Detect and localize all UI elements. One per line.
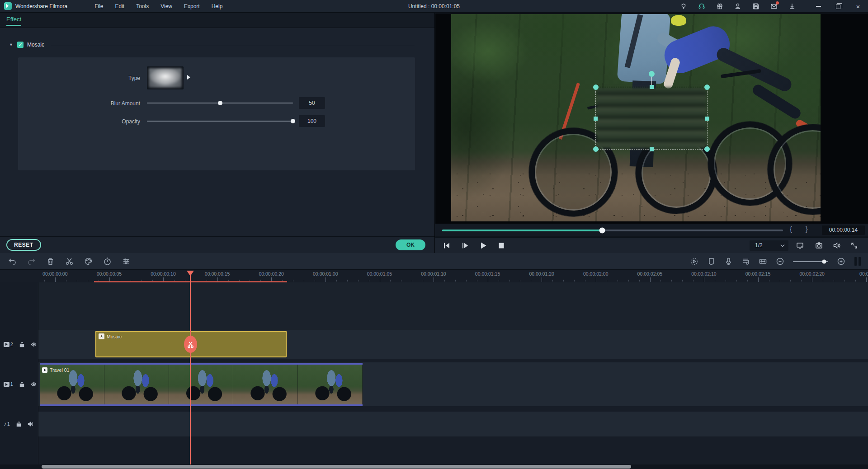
ruler-label-2: 00:00:00:10 <box>136 271 190 277</box>
lock-icon[interactable] <box>19 342 25 347</box>
zoom-slider-handle[interactable] <box>822 259 826 263</box>
blur-amount-slider[interactable] <box>147 103 293 103</box>
ruler-label-14: 00:00:02:20 <box>785 271 839 277</box>
mosaic-selection-box[interactable] <box>595 87 708 150</box>
menu-item-1[interactable]: Edit <box>115 3 125 9</box>
opacity-value[interactable]: 100 <box>299 115 325 127</box>
inbox-mail-icon[interactable] <box>770 3 778 10</box>
support-headset-icon[interactable] <box>698 3 705 10</box>
blur-amount-label: Blur Amount <box>18 100 140 107</box>
stop-button[interactable] <box>497 242 505 249</box>
previous-frame-button[interactable] <box>443 242 451 249</box>
preview-scrubber-row: { } 00:00:00:14 <box>435 224 868 236</box>
menu-item-0[interactable]: File <box>94 3 103 9</box>
effect-enabled-checkbox[interactable]: ✓ <box>17 42 24 48</box>
resize-handle-bottom-left[interactable] <box>593 146 599 152</box>
delete-icon[interactable] <box>46 257 55 266</box>
blur-amount-value[interactable]: 50 <box>299 97 325 109</box>
zoom-in-icon[interactable] <box>837 257 845 266</box>
clip-thumbnails <box>40 365 363 404</box>
playhead-marker[interactable] <box>187 271 194 276</box>
menu-bar: FileEditToolsViewExportHelp <box>94 3 222 9</box>
progress-handle[interactable] <box>599 228 605 234</box>
scrollbar-thumb[interactable] <box>42 465 631 469</box>
opacity-slider[interactable] <box>147 121 293 122</box>
ruler-label-0: 00:00:00:00 <box>28 271 82 277</box>
marker-icon[interactable] <box>707 257 716 266</box>
resize-handle-bottom-right[interactable] <box>704 146 710 152</box>
lock-icon[interactable] <box>16 421 22 427</box>
timeline-horizontal-scrollbar[interactable] <box>0 464 868 469</box>
speed-duration-icon[interactable] <box>103 257 112 266</box>
video-clip-label: Travel 01 <box>42 367 69 373</box>
menu-item-2[interactable]: Tools <box>136 3 149 9</box>
snapshot-camera-icon[interactable] <box>815 242 823 249</box>
audio-track-icon: ♪1 <box>4 422 10 427</box>
account-icon[interactable] <box>734 3 741 10</box>
quality-value: 1/2 <box>755 242 763 249</box>
menu-item-5[interactable]: Help <box>212 3 223 9</box>
fit-to-timeline-icon[interactable] <box>759 257 767 266</box>
video-frame <box>451 14 821 221</box>
play-button[interactable] <box>479 242 487 249</box>
mark-in-icon[interactable]: { <box>790 225 792 233</box>
blur-slider-handle[interactable] <box>218 101 222 105</box>
menu-item-4[interactable]: Export <box>184 3 200 9</box>
timeline-area: 00:00:00:0000:00:00:0500:00:00:1000:00:0… <box>0 270 868 464</box>
reset-button[interactable]: RESET <box>6 239 41 251</box>
display-device-icon[interactable] <box>796 242 804 249</box>
download-icon[interactable] <box>788 3 796 10</box>
resize-handle-top-left[interactable] <box>593 84 599 90</box>
rotation-handle[interactable] <box>649 71 655 77</box>
resize-handle-top[interactable] <box>650 85 654 89</box>
color-tuning-icon[interactable] <box>84 257 93 266</box>
timeline-zoom-slider[interactable] <box>793 261 828 262</box>
split-at-playhead-button[interactable] <box>184 336 197 353</box>
mark-out-icon[interactable]: } <box>806 225 808 233</box>
tips-icon[interactable] <box>680 3 687 10</box>
mosaic-type-thumbnail[interactable] <box>147 66 184 89</box>
resize-handle-top-right[interactable] <box>704 84 710 90</box>
playhead-line[interactable] <box>190 271 191 464</box>
redo-icon[interactable] <box>27 257 36 266</box>
resize-handle-right[interactable] <box>705 117 709 121</box>
ruler-label-15: 00:00: <box>839 271 868 277</box>
effect-star-icon: ★ <box>99 333 104 339</box>
menu-item-3[interactable]: View <box>160 3 172 9</box>
eye-icon[interactable] <box>31 381 37 387</box>
fullscreen-icon[interactable] <box>850 242 858 249</box>
type-expand-arrow-icon[interactable] <box>187 75 190 80</box>
zoom-out-icon[interactable] <box>776 257 784 266</box>
resize-handle-left[interactable] <box>594 117 598 121</box>
render-preview-icon[interactable] <box>690 257 698 266</box>
lock-icon[interactable] <box>19 381 25 387</box>
record-voiceover-icon[interactable] <box>724 257 733 266</box>
audio-track-1-row[interactable] <box>0 412 868 436</box>
speaker-icon[interactable] <box>28 421 33 427</box>
ruler-label-1: 00:00:00:05 <box>82 271 137 277</box>
split-scissors-icon[interactable] <box>65 257 74 266</box>
type-label: Type <box>18 75 140 81</box>
playback-quality-select[interactable]: 1/2 <box>750 240 788 251</box>
adjust-icon[interactable] <box>122 257 131 266</box>
ruler-label-5: 00:00:01:00 <box>298 271 353 277</box>
travel-video-clip[interactable]: Travel 01 <box>40 363 363 406</box>
opacity-slider-handle[interactable] <box>291 119 295 123</box>
collapse-triangle-icon[interactable]: ▼ <box>9 42 17 47</box>
app-name: Wondershare Filmora <box>15 3 67 9</box>
save-icon[interactable] <box>752 3 760 10</box>
restore-button[interactable] <box>828 0 848 13</box>
next-frame-button[interactable] <box>461 242 469 249</box>
audio-mixer-icon[interactable] <box>741 257 750 266</box>
eye-icon[interactable] <box>31 342 37 347</box>
preview-progress-bar[interactable] <box>442 230 783 231</box>
close-button[interactable]: × <box>848 0 868 13</box>
undo-icon[interactable] <box>8 257 17 266</box>
tab-effect[interactable]: Effect <box>6 16 21 26</box>
resize-handle-bottom[interactable] <box>650 147 654 151</box>
volume-icon[interactable] <box>833 242 840 249</box>
store-gift-icon[interactable] <box>716 3 723 10</box>
timeline-ruler[interactable]: 00:00:00:0000:00:00:0500:00:00:1000:00:0… <box>28 271 868 277</box>
minimize-button[interactable] <box>808 0 828 13</box>
ok-button[interactable]: OK <box>396 239 425 250</box>
